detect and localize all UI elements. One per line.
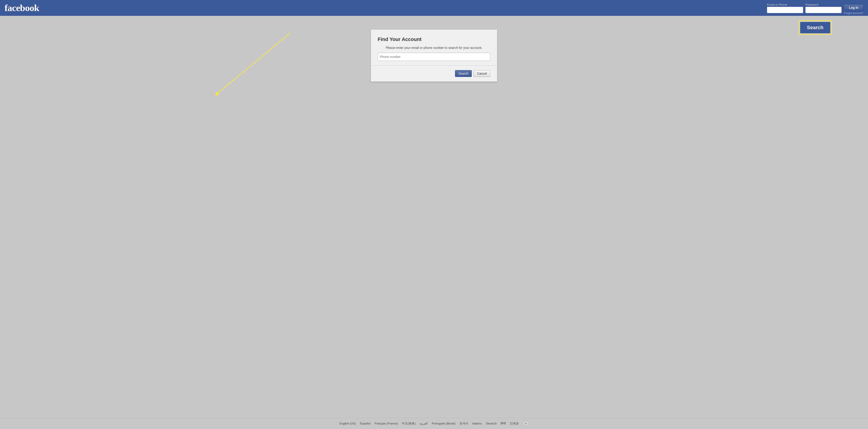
- search-highlight-annotation: Search: [799, 20, 832, 35]
- main-content: Search Find Your Account Please enter yo…: [0, 16, 868, 418]
- email-input[interactable]: [767, 7, 803, 13]
- footer: English (US)EspañolFrançais (France)中文(简…: [0, 418, 868, 429]
- footer-language-link[interactable]: Italiano: [472, 422, 482, 425]
- modal-title: Find Your Account: [378, 36, 490, 42]
- footer-language-link[interactable]: Português (Brasil): [432, 422, 455, 425]
- svg-line-0: [217, 33, 290, 94]
- login-group: Log In Forgot account?: [844, 1, 864, 15]
- facebook-logo: facebook: [4, 2, 39, 13]
- find-account-modal: Find Your Account Please enter your emai…: [371, 29, 497, 82]
- modal-actions: Search Cancel: [378, 70, 490, 77]
- search-highlight-button[interactable]: Search: [800, 22, 830, 33]
- footer-language-link[interactable]: Français (France): [375, 422, 398, 425]
- logo-area: facebook: [4, 2, 39, 13]
- footer-language-link[interactable]: 中文(简体): [402, 422, 416, 426]
- modal-search-button[interactable]: Search: [455, 70, 472, 77]
- password-field-group: Password: [805, 3, 842, 13]
- email-field-group: Email or Phone: [767, 3, 803, 13]
- arrow-dot: [215, 92, 219, 95]
- email-label: Email or Phone: [767, 3, 803, 6]
- footer-language-link[interactable]: العربية: [420, 422, 428, 425]
- phone-number-input[interactable]: [378, 53, 490, 61]
- password-label: Password: [805, 3, 842, 6]
- footer-language-link[interactable]: हिन्दी: [501, 422, 506, 425]
- footer-language-link[interactable]: Deutsch: [486, 422, 497, 425]
- nav-right: Email or Phone Password Log In Forgot ac…: [767, 1, 864, 15]
- modal-cancel-button[interactable]: Cancel: [473, 70, 490, 77]
- footer-language-link[interactable]: English (US): [339, 422, 356, 425]
- password-input[interactable]: [805, 7, 842, 13]
- forgot-account-link[interactable]: Forgot account?: [844, 11, 864, 15]
- modal-description: Please enter your email or phone number …: [378, 46, 490, 50]
- footer-language-link[interactable]: 한국어: [460, 422, 468, 426]
- login-button[interactable]: Log In: [844, 4, 864, 11]
- modal-divider: [371, 65, 497, 66]
- footer-language-link[interactable]: Español: [360, 422, 370, 425]
- add-language-button[interactable]: +: [523, 421, 529, 426]
- navbar: facebook Email or Phone Password Log In …: [0, 0, 868, 16]
- footer-language-link[interactable]: 日本語: [510, 422, 519, 426]
